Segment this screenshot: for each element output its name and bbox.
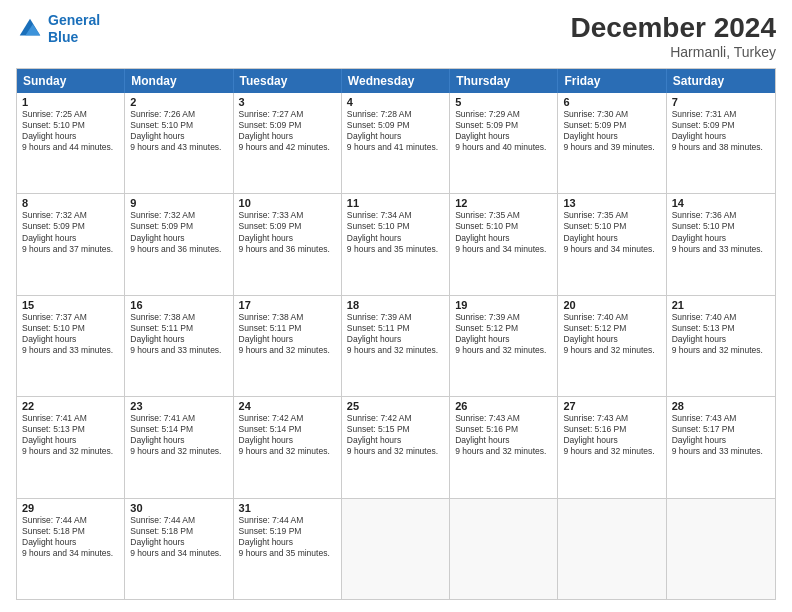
cell-empty-2 [450,499,558,599]
day-num: 9 [130,197,227,209]
day-num: 8 [22,197,119,209]
logo-line1: General [48,12,100,28]
header-sunday: Sunday [17,69,125,93]
cell-15: 15 Sunrise: 7:37 AMSunset: 5:10 PMDaylig… [17,296,125,396]
cell-info: Sunrise: 7:41 AMSunset: 5:14 PMDaylight … [130,413,227,457]
cell-info: Sunrise: 7:43 AMSunset: 5:16 PMDaylight … [455,413,552,457]
calendar-body: 1 Sunrise: 7:25 AMSunset: 5:10 PMDayligh… [17,93,775,599]
week-row-2: 8 Sunrise: 7:32 AMSunset: 5:09 PMDayligh… [17,193,775,294]
day-num: 22 [22,400,119,412]
cell-info: Sunrise: 7:28 AMSunset: 5:09 PMDaylight … [347,109,444,153]
calendar-header: Sunday Monday Tuesday Wednesday Thursday… [17,69,775,93]
header-friday: Friday [558,69,666,93]
header-tuesday: Tuesday [234,69,342,93]
day-num: 13 [563,197,660,209]
cell-18: 18 Sunrise: 7:39 AMSunset: 5:11 PMDaylig… [342,296,450,396]
cell-info: Sunrise: 7:39 AMSunset: 5:12 PMDaylight … [455,312,552,356]
cell-25: 25 Sunrise: 7:42 AMSunset: 5:15 PMDaylig… [342,397,450,497]
cell-29: 29 Sunrise: 7:44 AMSunset: 5:18 PMDaylig… [17,499,125,599]
calendar: Sunday Monday Tuesday Wednesday Thursday… [16,68,776,600]
logo-line2: Blue [48,29,78,45]
cell-27: 27 Sunrise: 7:43 AMSunset: 5:16 PMDaylig… [558,397,666,497]
cell-3: 3 Sunrise: 7:27 AMSunset: 5:09 PMDayligh… [234,93,342,193]
week-row-4: 22 Sunrise: 7:41 AMSunset: 5:13 PMDaylig… [17,396,775,497]
cell-16: 16 Sunrise: 7:38 AMSunset: 5:11 PMDaylig… [125,296,233,396]
cell-info: Sunrise: 7:44 AMSunset: 5:19 PMDaylight … [239,515,336,559]
day-num: 21 [672,299,770,311]
day-num: 10 [239,197,336,209]
cell-6: 6 Sunrise: 7:30 AMSunset: 5:09 PMDayligh… [558,93,666,193]
cell-28: 28 Sunrise: 7:43 AMSunset: 5:17 PMDaylig… [667,397,775,497]
cell-7: 7 Sunrise: 7:31 AMSunset: 5:09 PMDayligh… [667,93,775,193]
cell-info: Sunrise: 7:44 AMSunset: 5:18 PMDaylight … [130,515,227,559]
day-num: 19 [455,299,552,311]
day-num: 20 [563,299,660,311]
day-num: 29 [22,502,119,514]
cell-info: Sunrise: 7:37 AMSunset: 5:10 PMDaylight … [22,312,119,356]
day-num: 1 [22,96,119,108]
day-num: 31 [239,502,336,514]
cell-5: 5 Sunrise: 7:29 AMSunset: 5:09 PMDayligh… [450,93,558,193]
cell-empty-4 [667,499,775,599]
location: Harmanli, Turkey [571,44,776,60]
day-num: 26 [455,400,552,412]
week-row-1: 1 Sunrise: 7:25 AMSunset: 5:10 PMDayligh… [17,93,775,193]
cell-30: 30 Sunrise: 7:44 AMSunset: 5:18 PMDaylig… [125,499,233,599]
week-row-3: 15 Sunrise: 7:37 AMSunset: 5:10 PMDaylig… [17,295,775,396]
cell-2: 2 Sunrise: 7:26 AMSunset: 5:10 PMDayligh… [125,93,233,193]
cell-info: Sunrise: 7:36 AMSunset: 5:10 PMDaylight … [672,210,770,254]
day-num: 7 [672,96,770,108]
page: General Blue December 2024 Harmanli, Tur… [0,0,792,612]
week-row-5: 29 Sunrise: 7:44 AMSunset: 5:18 PMDaylig… [17,498,775,599]
header-thursday: Thursday [450,69,558,93]
cell-26: 26 Sunrise: 7:43 AMSunset: 5:16 PMDaylig… [450,397,558,497]
cell-9: 9 Sunrise: 7:32 AMSunset: 5:09 PMDayligh… [125,194,233,294]
cell-info: Sunrise: 7:38 AMSunset: 5:11 PMDaylight … [239,312,336,356]
title-block: December 2024 Harmanli, Turkey [571,12,776,60]
header-wednesday: Wednesday [342,69,450,93]
day-num: 11 [347,197,444,209]
logo: General Blue [16,12,100,46]
cell-info: Sunrise: 7:34 AMSunset: 5:10 PMDaylight … [347,210,444,254]
day-num: 12 [455,197,552,209]
cell-22: 22 Sunrise: 7:41 AMSunset: 5:13 PMDaylig… [17,397,125,497]
day-num: 3 [239,96,336,108]
cell-info: Sunrise: 7:42 AMSunset: 5:14 PMDaylight … [239,413,336,457]
cell-info: Sunrise: 7:40 AMSunset: 5:12 PMDaylight … [563,312,660,356]
cell-17: 17 Sunrise: 7:38 AMSunset: 5:11 PMDaylig… [234,296,342,396]
cell-info: Sunrise: 7:26 AMSunset: 5:10 PMDaylight … [130,109,227,153]
cell-21: 21 Sunrise: 7:40 AMSunset: 5:13 PMDaylig… [667,296,775,396]
cell-info: Sunrise: 7:38 AMSunset: 5:11 PMDaylight … [130,312,227,356]
day-num: 18 [347,299,444,311]
day-num: 30 [130,502,227,514]
cell-19: 19 Sunrise: 7:39 AMSunset: 5:12 PMDaylig… [450,296,558,396]
cell-1: 1 Sunrise: 7:25 AMSunset: 5:10 PMDayligh… [17,93,125,193]
header-monday: Monday [125,69,233,93]
cell-info: Sunrise: 7:35 AMSunset: 5:10 PMDaylight … [563,210,660,254]
cell-12: 12 Sunrise: 7:35 AMSunset: 5:10 PMDaylig… [450,194,558,294]
day-num: 5 [455,96,552,108]
cell-4: 4 Sunrise: 7:28 AMSunset: 5:09 PMDayligh… [342,93,450,193]
cell-info: Sunrise: 7:29 AMSunset: 5:09 PMDaylight … [455,109,552,153]
day-num: 28 [672,400,770,412]
day-num: 24 [239,400,336,412]
day-num: 15 [22,299,119,311]
day-num: 27 [563,400,660,412]
cell-info: Sunrise: 7:32 AMSunset: 5:09 PMDaylight … [130,210,227,254]
cell-info: Sunrise: 7:40 AMSunset: 5:13 PMDaylight … [672,312,770,356]
cell-23: 23 Sunrise: 7:41 AMSunset: 5:14 PMDaylig… [125,397,233,497]
cell-20: 20 Sunrise: 7:40 AMSunset: 5:12 PMDaylig… [558,296,666,396]
logo-text: General Blue [48,12,100,46]
cell-info: Sunrise: 7:25 AMSunset: 5:10 PMDaylight … [22,109,119,153]
cell-10: 10 Sunrise: 7:33 AMSunset: 5:09 PMDaylig… [234,194,342,294]
cell-empty-3 [558,499,666,599]
cell-empty-1 [342,499,450,599]
cell-info: Sunrise: 7:33 AMSunset: 5:09 PMDaylight … [239,210,336,254]
cell-11: 11 Sunrise: 7:34 AMSunset: 5:10 PMDaylig… [342,194,450,294]
cell-13: 13 Sunrise: 7:35 AMSunset: 5:10 PMDaylig… [558,194,666,294]
cell-info: Sunrise: 7:39 AMSunset: 5:11 PMDaylight … [347,312,444,356]
cell-info: Sunrise: 7:30 AMSunset: 5:09 PMDaylight … [563,109,660,153]
cell-31: 31 Sunrise: 7:44 AMSunset: 5:19 PMDaylig… [234,499,342,599]
day-num: 2 [130,96,227,108]
cell-info: Sunrise: 7:44 AMSunset: 5:18 PMDaylight … [22,515,119,559]
